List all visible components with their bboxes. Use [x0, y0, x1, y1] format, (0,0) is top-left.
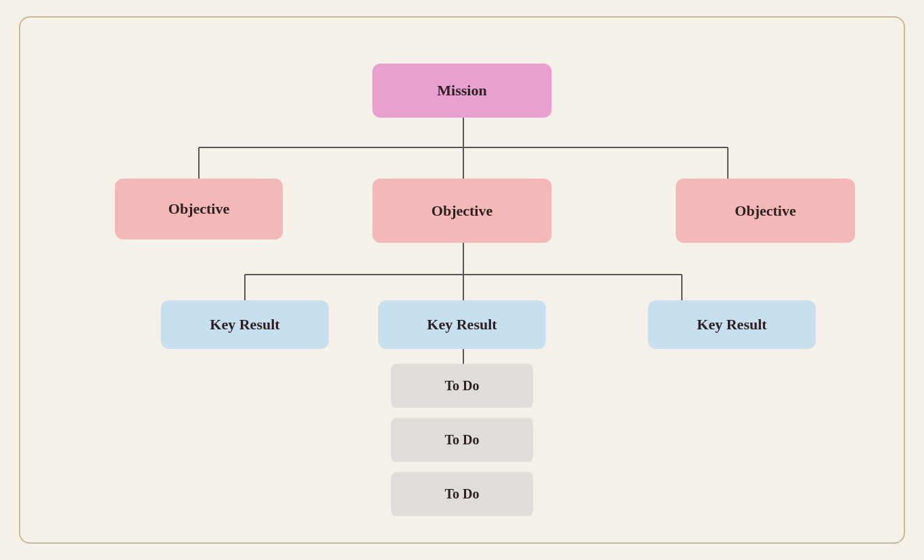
key-result-node-left: Key Result: [161, 300, 329, 349]
key-result-node-right: Key Result: [648, 300, 816, 349]
mission-label: Mission: [437, 82, 486, 99]
todo-node-1: To Do: [391, 364, 533, 408]
key-result-left-label: Key Result: [210, 316, 279, 333]
key-result-right-label: Key Result: [697, 316, 766, 333]
mission-node: Mission: [373, 64, 552, 118]
todo-3-label: To Do: [445, 486, 480, 502]
todo-2-label: To Do: [445, 432, 480, 448]
objective-left-label: Objective: [168, 200, 229, 218]
key-result-center-label: Key Result: [427, 316, 496, 333]
todo-node-2: To Do: [391, 418, 533, 462]
todo-1-label: To Do: [445, 378, 480, 394]
objective-node-right: Objective: [676, 179, 855, 243]
objective-node-center: Objective: [373, 179, 552, 243]
diagram-canvas: Mission Objective Objective Objective Ke…: [19, 16, 905, 544]
key-result-node-center: Key Result: [378, 300, 546, 349]
objective-center-label: Objective: [432, 202, 492, 220]
todo-node-3: To Do: [391, 472, 533, 516]
objective-right-label: Objective: [735, 202, 795, 220]
objective-node-left: Objective: [115, 179, 283, 239]
